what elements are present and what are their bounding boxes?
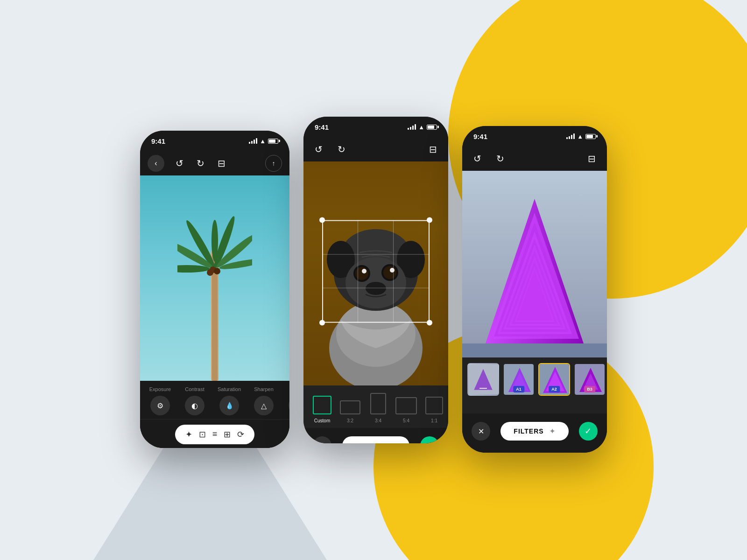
filter-b3[interactable]: B3 bbox=[573, 363, 606, 411]
magic-tool-icon[interactable]: ✦ bbox=[185, 429, 192, 440]
phone3-image bbox=[462, 171, 607, 357]
svg-point-10 bbox=[214, 268, 220, 274]
filter-none[interactable]: — bbox=[467, 363, 500, 411]
phone-3-filters: 9:41 ▲ ↺ ↻ ⊟ bbox=[462, 126, 607, 453]
phone2-adjust-button[interactable]: ADJUST ⊡ bbox=[342, 436, 409, 443]
phone2-wifi-icon: ▲ bbox=[418, 124, 424, 131]
phone3-cancel-button[interactable]: ✕ bbox=[472, 422, 490, 441]
aspect-custom[interactable]: Custom bbox=[311, 396, 333, 423]
crop-handle-bl[interactable] bbox=[319, 320, 325, 326]
phone3-battery-icon bbox=[585, 134, 596, 139]
compare-button[interactable]: ⊟ bbox=[216, 156, 227, 171]
phone3-bottom-bar: ✕ FILTERS ✦ ✓ bbox=[462, 413, 607, 449]
crop-handle-tr[interactable] bbox=[427, 217, 432, 223]
phones-container: 9:41 ▲ ‹ ↺ ↻ ⊟ bbox=[0, 0, 747, 560]
phone3-compare-button[interactable]: ⊟ bbox=[586, 151, 598, 166]
bottom-toolbar: ✦ ⊡ ≡ ⊞ ⟳ bbox=[140, 419, 289, 448]
contrast-label: Contrast bbox=[185, 386, 204, 392]
phone1-status-bar: 9:41 ▲ bbox=[140, 131, 289, 151]
phone3-undo-button[interactable]: ↺ bbox=[472, 151, 483, 166]
phone1-wifi-icon: ▲ bbox=[260, 138, 266, 145]
filters-magic-icon: ✦ bbox=[550, 427, 556, 435]
phone3-confirm-button[interactable]: ✓ bbox=[579, 422, 598, 441]
phone3-wifi-icon: ▲ bbox=[577, 133, 583, 140]
exposure-tool[interactable]: Exposure ⚙ bbox=[148, 386, 173, 415]
crop-box[interactable] bbox=[322, 220, 430, 323]
bottom-tool-group: ✦ ⊡ ≡ ⊞ ⟳ bbox=[175, 425, 255, 444]
phone3-filters-button[interactable]: FILTERS ✦ bbox=[500, 422, 568, 441]
phone3-status-bar: 9:41 ▲ bbox=[462, 126, 607, 147]
phone3-toolbar: ↺ ↻ ⊟ bbox=[462, 147, 607, 171]
redo-button[interactable]: ↻ bbox=[195, 156, 206, 171]
share-button[interactable]: ↑ bbox=[265, 155, 282, 172]
filter-a1-badge: A1 bbox=[513, 386, 524, 392]
phone2-cancel-button[interactable]: ✕ bbox=[313, 436, 331, 443]
sharpen-label: Sharpen bbox=[254, 386, 274, 392]
shadow-tool[interactable]: Shad... ▣ bbox=[286, 386, 289, 415]
phone1-status-icons: ▲ bbox=[249, 138, 278, 145]
pyramid-background bbox=[462, 171, 607, 357]
filter-a1[interactable]: A1 bbox=[502, 363, 535, 411]
adjust-tool-icon[interactable]: ≡ bbox=[212, 429, 218, 439]
svg-point-8 bbox=[211, 220, 218, 262]
phone1-toolbar: ‹ ↺ ↻ ⊟ ↑ bbox=[140, 151, 289, 175]
phone2-image bbox=[303, 161, 448, 385]
aspect-3-2-label: 3:2 bbox=[347, 418, 353, 423]
pug-background bbox=[303, 161, 448, 385]
shadow-icon: ▣ bbox=[289, 396, 289, 415]
phone1-signal bbox=[249, 138, 257, 144]
saturation-label: Saturation bbox=[218, 386, 241, 392]
crop-tool-icon[interactable]: ⊡ bbox=[199, 429, 206, 440]
undo-button[interactable]: ↺ bbox=[174, 156, 185, 171]
filter-none-badge: — bbox=[479, 384, 487, 392]
svg-point-11 bbox=[207, 269, 213, 276]
filter-a2-badge: A2 bbox=[549, 386, 560, 392]
saturation-tool[interactable]: Saturation 💧 bbox=[217, 386, 242, 415]
aspect-3-4[interactable]: 3:4 bbox=[367, 393, 389, 423]
pyramid-svg bbox=[462, 171, 607, 357]
aspect-custom-box bbox=[313, 396, 331, 414]
phone2-bottom-bar: ✕ ADJUST ⊡ ✓ bbox=[303, 428, 448, 443]
adjust-label: ADJUST bbox=[355, 442, 384, 443]
filter-b3-badge: B3 bbox=[584, 386, 595, 392]
history-tool-icon[interactable]: ⟳ bbox=[237, 429, 244, 440]
phone3-status-icons: ▲ bbox=[566, 133, 596, 140]
filters-label: FILTERS bbox=[514, 427, 543, 435]
contrast-icon: ◐ bbox=[185, 396, 204, 415]
sharpen-tool[interactable]: Sharpen △ bbox=[251, 386, 276, 415]
aspect-3-2[interactable]: 3:2 bbox=[339, 400, 361, 423]
crop-handle-tl[interactable] bbox=[319, 217, 325, 223]
aspect-5-4[interactable]: 5:4 bbox=[395, 397, 417, 423]
phone2-undo-button[interactable]: ↺ bbox=[313, 142, 324, 157]
border-tool-icon[interactable]: ⊞ bbox=[224, 429, 231, 440]
aspect-3-4-label: 3:4 bbox=[375, 418, 381, 423]
aspect-1-1-label: 1:1 bbox=[431, 418, 437, 423]
phone2-confirm-button[interactable]: ✓ bbox=[420, 436, 439, 443]
saturation-icon: 💧 bbox=[219, 396, 239, 415]
aspect-custom-label: Custom bbox=[314, 418, 330, 423]
crop-icon: ⊡ bbox=[390, 442, 396, 443]
aspect-ratio-panel: Custom 3:2 3:4 5:4 1:1 bbox=[303, 385, 448, 428]
phone2-redo-button[interactable]: ↻ bbox=[336, 142, 347, 157]
phone-1-adjust: 9:41 ▲ ‹ ↺ ↻ ⊟ bbox=[140, 131, 289, 448]
palm-background bbox=[140, 175, 289, 381]
back-button[interactable]: ‹ bbox=[148, 155, 164, 172]
svg-rect-38 bbox=[462, 343, 607, 357]
phone2-battery-icon bbox=[427, 125, 437, 130]
phone3-signal bbox=[566, 133, 575, 139]
phone2-compare-button[interactable]: ⊟ bbox=[427, 142, 439, 157]
exposure-icon: ⚙ bbox=[150, 396, 170, 415]
phone1-time: 9:41 bbox=[151, 137, 165, 145]
crop-handle-br[interactable] bbox=[427, 320, 432, 326]
contrast-tool[interactable]: Contrast ◐ bbox=[182, 386, 207, 415]
exposure-label: Exposure bbox=[149, 386, 171, 392]
phone2-status-icons: ▲ bbox=[408, 124, 437, 131]
phone3-home-indicator bbox=[462, 449, 607, 453]
aspect-5-4-label: 5:4 bbox=[403, 418, 409, 423]
filter-a2[interactable]: A2 bbox=[538, 363, 571, 411]
adjust-panel: Exposure ⚙ Contrast ◐ Saturation 💧 Sharp… bbox=[140, 381, 289, 448]
phone2-time: 9:41 bbox=[315, 123, 329, 131]
aspect-1-1[interactable]: 1:1 bbox=[423, 397, 445, 423]
phone3-time: 9:41 bbox=[473, 133, 487, 140]
phone3-redo-button[interactable]: ↻ bbox=[494, 151, 506, 166]
